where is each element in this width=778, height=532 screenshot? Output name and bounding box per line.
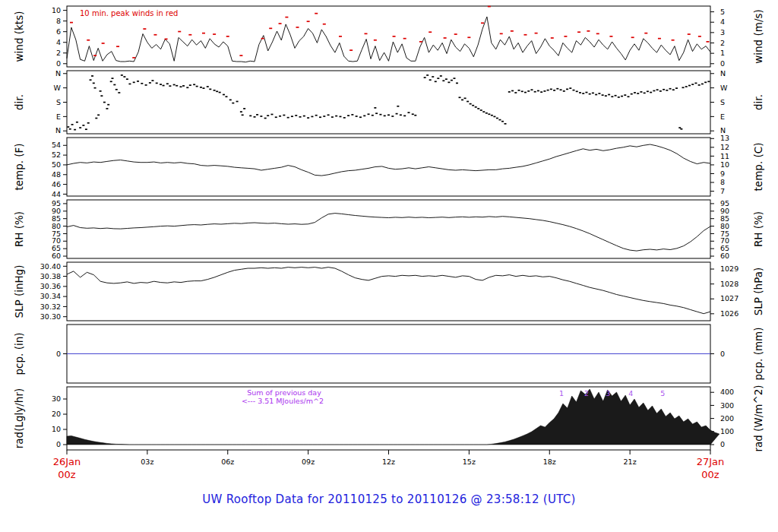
peak-wind-mark — [688, 33, 691, 35]
dir-point — [106, 108, 108, 109]
wind-left-axis-title: wind (kts) — [13, 11, 25, 62]
peak-wind-mark — [93, 55, 96, 56]
dir-point — [647, 90, 649, 92]
x-axis-tick-label: 03z — [141, 458, 153, 466]
peak-wind-mark — [511, 30, 514, 32]
rh-left-tick-label: 95 — [52, 199, 61, 207]
dir-point — [675, 87, 678, 89]
rh-right-tick-label: 80 — [720, 222, 729, 230]
temp-right-tick-label: 9 — [720, 169, 725, 178]
dir-point — [240, 111, 242, 112]
dir-point — [97, 114, 100, 116]
temp-right-tick-label: 10 — [720, 160, 729, 169]
pcp-right-tick-label: 0 — [720, 350, 725, 358]
dir-point — [186, 87, 188, 88]
wind-right-tick-label: 0 — [720, 59, 725, 68]
x-axis-end-date: 27Jan — [697, 456, 725, 467]
dir-point — [605, 95, 607, 97]
dir-point — [680, 128, 682, 130]
dir-point — [179, 86, 182, 87]
dir-point — [295, 115, 297, 116]
rh-series-line — [67, 214, 710, 252]
dir-point — [267, 115, 269, 116]
dir-point — [307, 117, 309, 119]
dir-point — [216, 90, 218, 92]
wind-left-tick-label: 6 — [56, 27, 61, 36]
dir-point — [74, 129, 76, 131]
dir-point — [331, 116, 334, 118]
wind-right-tick-label: 4 — [720, 17, 725, 26]
dir-point — [287, 117, 289, 119]
dir-point — [640, 91, 642, 93]
peak-wind-mark — [365, 33, 368, 35]
rad-left-tick-label: 20 — [52, 410, 61, 418]
dir-point — [303, 116, 305, 117]
peak-wind-mark — [239, 55, 242, 56]
dir-point — [628, 96, 630, 97]
dir-point — [482, 111, 485, 112]
dir-point — [688, 85, 691, 87]
pcp-left-axis-title: pcp. (in) — [13, 333, 25, 375]
dir-point — [602, 94, 604, 96]
x-axis-tick-label: 15z — [463, 458, 476, 466]
wind-left-tick-label: 0 — [56, 59, 61, 68]
dir-point — [491, 115, 493, 116]
rh-right-tick-label: 90 — [720, 207, 729, 215]
dir-frame — [67, 71, 710, 134]
slp-right-axis-title: SLP (hPa) — [752, 268, 764, 315]
slp-right-tick-label: 1027 — [720, 294, 738, 302]
peak-wind-mark — [481, 22, 484, 24]
dir-point — [656, 89, 659, 90]
temp-series-line — [67, 144, 710, 176]
dir-point — [141, 83, 143, 84]
dir-left-tick-label: N — [55, 126, 61, 135]
dir-point — [477, 108, 479, 109]
temp-left-tick-label: 46 — [52, 180, 61, 188]
wind-series-line — [67, 17, 710, 62]
rad-left-tick-label: 0 — [56, 440, 61, 448]
temp-panel: 44464850525478910111213temp. (F)temp. (C… — [13, 134, 764, 198]
dir-point — [110, 81, 112, 82]
dir-point — [151, 80, 153, 81]
dir-point — [556, 88, 558, 90]
dir-point — [123, 76, 125, 78]
dir-point — [169, 85, 171, 87]
dir-point — [524, 92, 527, 93]
dir-point — [543, 90, 546, 92]
rad-left-axis-title: rad(Lgly/hr) — [13, 388, 25, 448]
figure-title: UW Rooftop Data for 20110125 to 20110126… — [0, 492, 778, 506]
dir-point — [435, 81, 437, 82]
slp-right-tick-label: 1026 — [720, 309, 738, 318]
dir-point — [547, 90, 549, 91]
dir-point — [560, 89, 562, 90]
dir-point — [585, 92, 587, 93]
dir-right-tick-label: E — [720, 112, 725, 121]
peak-wind-mark — [564, 36, 567, 37]
dir-point — [100, 90, 102, 92]
dir-point — [698, 84, 701, 86]
dir-point — [207, 86, 209, 87]
rad-right-tick-label: 100 — [720, 427, 734, 435]
dir-point — [93, 83, 95, 84]
meteogram-chart: 0246810012345wind (kts)wind (m/s)10 min.… — [0, 0, 778, 532]
dir-point — [85, 128, 87, 130]
dir-point — [118, 92, 120, 93]
dir-point — [694, 83, 697, 84]
x-axis-tick-label: 06z — [221, 458, 234, 466]
dir-point — [666, 90, 668, 91]
rh-right-axis-title: RH (%) — [752, 211, 764, 247]
dir-left-tick-label: E — [56, 112, 61, 121]
x-axis-tick-label: 21z — [624, 458, 637, 466]
dir-point — [518, 90, 520, 91]
dir-point — [229, 100, 232, 101]
peak-wind-mark — [116, 46, 119, 47]
dir-point — [573, 90, 575, 91]
rh-panel: 60657075808590956065707580859095RH (%)RH… — [13, 199, 764, 260]
x-axis-start-date: 26Jan — [53, 456, 81, 467]
temp-right-tick-label: 13 — [720, 134, 729, 142]
dir-point — [569, 87, 571, 89]
dir-point — [553, 90, 555, 91]
temp-right-tick-label: 11 — [720, 152, 729, 160]
rh-left-axis-title: RH (%) — [13, 211, 25, 247]
dir-point — [615, 95, 617, 97]
